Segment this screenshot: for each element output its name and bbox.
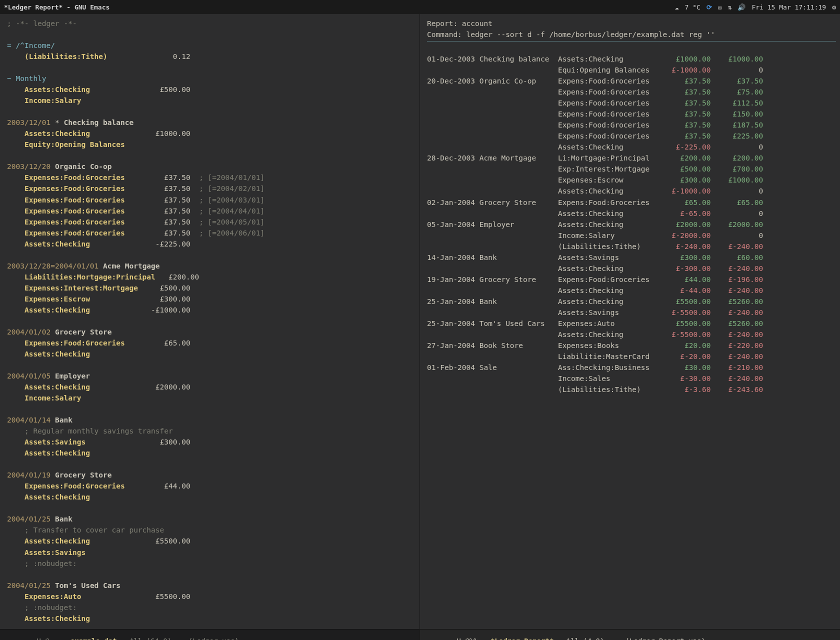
report-buffer[interactable]: Report: account Command: ledger --sort d… xyxy=(420,14,840,629)
left-window[interactable]: ; -*- ledger -*- = /^Income/ (Liabilitie… xyxy=(0,14,420,640)
volume-icon[interactable]: 🔊 xyxy=(738,4,746,10)
window-title: *Ledger Report* - GNU Emacs xyxy=(4,4,110,10)
settings-gear-icon[interactable]: ⚙ xyxy=(832,4,836,10)
report-separator xyxy=(427,41,836,42)
mail-icon[interactable]: ✉ xyxy=(718,4,722,10)
modeline-right-buffer: *Ledger Report* xyxy=(490,637,554,640)
refresh-icon[interactable]: ⟳ xyxy=(706,4,712,10)
weather-icon: ☁ xyxy=(675,4,679,10)
emacs-frame: ; -*- ledger -*- = /^Income/ (Liabilitie… xyxy=(0,14,840,640)
system-tray: ☁ 7 °C ⟳ ✉ ⇅ 🔊 Fri 15 Mar 17:11:19 ⚙ xyxy=(675,4,836,10)
source-buffer[interactable]: ; -*- ledger -*- = /^Income/ (Liabilitie… xyxy=(0,14,420,629)
modeline-left-buffer: example.dat xyxy=(70,637,117,640)
right-window[interactable]: Report: account Command: ledger --sort d… xyxy=(420,14,840,640)
modeline-left: --U:@--- example.dat All (64,0) (Ledger … xyxy=(0,629,420,640)
clock: Fri 15 Mar 17:11:19 xyxy=(752,4,826,10)
network-icon[interactable]: ⇅ xyxy=(728,4,732,10)
modeline-right: --U:@%%- *Ledger Report* All (4,0) (Ledg… xyxy=(420,629,840,640)
desktop-panel: *Ledger Report* - GNU Emacs ☁ 7 °C ⟳ ✉ ⇅… xyxy=(0,0,840,14)
weather-text: 7 °C xyxy=(684,4,700,10)
